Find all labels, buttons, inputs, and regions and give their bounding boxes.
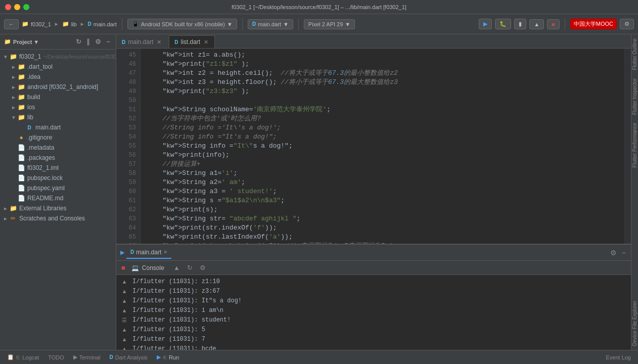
tab-close-list[interactable]: ✕ [203,39,209,46]
tree-icon-external: 📁 [9,204,17,212]
code-line-61: "kw">String s ="$a1$a2\n\n$a3"; [147,196,624,205]
back-button[interactable]: ← [4,19,19,29]
folder-lib-icon: 📁 [62,21,69,27]
breadcrumb-lib[interactable]: 📁 lib [62,21,77,27]
run-config-selector[interactable]: D main.dart ▼ [248,19,293,29]
maximize-button[interactable] [23,4,29,10]
tree-item-f0302-1[interactable]: ▼📁f0302_1~/Desktop/lesson/source/f0302..… [0,52,116,62]
close-panel-icon[interactable]: − [621,248,627,258]
stop-console-button[interactable]: ■ [119,263,127,272]
code-line-45: "kw">int z1= a.abs(); [147,51,624,60]
code-content[interactable]: "kw">int z1= a.abs(); "kw">print("z1:$z1… [141,49,624,244]
tree-item-pubspec-lock[interactable]: 📄pubspec.lock [0,173,116,183]
line-num-54: 54 [116,132,136,142]
sync-icon[interactable]: ↻ [74,37,83,46]
comment: //当字符串中包含'或'时怎么用? [147,115,261,122]
gear-icon[interactable]: ⚙ [94,37,103,46]
footer-tab-run[interactable]: ▶ 4: Run [153,352,183,362]
mooc-logo[interactable]: 中国大学MOOC [570,19,617,29]
debug-button[interactable]: 🐛 [495,19,511,29]
tree-label: .packages [27,154,55,161]
code-line-48: "kw">int z3 = height.floor(); //将小于或等于67… [147,78,624,87]
tree-label: Scratches and Consoles [19,215,85,222]
project-tree: ▼📁f0302_1~/Desktop/lesson/source/f0302..… [0,50,116,350]
tree-item--dart-tool[interactable]: ►📁.dart_tool [0,62,116,72]
tree-item-android--f0302-1-android-[interactable]: ►📁android [f0302_1_android] [0,82,116,92]
line-num-61: 61 [116,196,136,205]
console-line-text: I/flutter (11031): 7 [132,335,205,344]
flutter-performance-panel[interactable]: Flutter Performance [631,119,638,171]
tree-item-readme-md[interactable]: 📄README.md [0,193,116,203]
restart-btn[interactable]: ↻ [185,263,195,272]
code-line-57: //拼接运算+ [147,160,624,169]
tree-item--metadata[interactable]: 📄.metadata [0,143,116,153]
line-num-52: 52 [116,114,136,123]
breadcrumb-file[interactable]: D main.dart [88,21,117,27]
console-line-icon: ▲ [120,326,128,335]
tree-item-f0302-1-iml[interactable]: 📄f0302_1.iml [0,163,116,173]
tree-item-build[interactable]: ►📁build [0,92,116,102]
run-tab[interactable]: D main.dart ✕ [126,247,171,259]
footer-tab-dart-analysis[interactable]: D Dart Analysis [105,353,151,362]
code-line-53: //String info ='It\'s a dog!'; [147,123,624,132]
tree-item-lib[interactable]: ▼📁lib [0,112,116,122]
tree-item-ios[interactable]: ►📁ios [0,102,116,112]
code-line-60: "kw">String a3 = ' student!'; [147,187,624,196]
tree-detail: ~/Desktop/lesson/source/f0302... [43,54,116,60]
dart-icon-small: D [252,21,256,27]
stop-button[interactable]: ■ [547,19,560,29]
tab-close-main[interactable]: ✕ [156,39,162,46]
tree-icon-folder: 📁 [17,93,25,101]
logcat-icon: 📋 [7,354,14,360]
run-tab-dart-icon: D [130,249,134,255]
tab-main-dart[interactable]: D main.dart ✕ [116,35,168,48]
tree-item-scratches-and-consoles[interactable]: ►✏Scratches and Consoles [0,213,116,223]
main-area: 📁 Project ▼ ↻ ∥ ⚙ − ▼📁f0302_1~/Desktop/l… [0,34,638,350]
profile-button[interactable]: ▲ [529,19,544,29]
tree-label: pubspec.yaml [27,185,65,192]
sdk-selector[interactable]: 📱 Android SDK built for x86 (mobile) ▼ [127,19,237,29]
run-tab-close[interactable]: ✕ [163,249,167,255]
code-editor[interactable]: 4546474849505152535455565758596061626364… [116,49,631,244]
code-line-63: "kw">String str= "abcdef aghijkl "; [147,214,624,223]
device-file-explorer-panel[interactable]: Device File Explorer [631,297,638,350]
code-line-47: "kw">int z2 = height.ceil(); //将大于或等于67.… [147,69,624,78]
sort-icon[interactable]: ∥ [85,37,92,46]
console-line-icon: ▲ [120,278,128,287]
terminal-icon: ▶ [73,354,77,360]
line-num-66: 66 [116,242,136,244]
console-line-icon: ☰ [120,316,128,325]
tree-item--gitignore[interactable]: ●.gitignore [0,132,116,143]
minimize-button[interactable] [14,4,20,10]
tree-item-main-dart[interactable]: Dmain.dart [0,122,116,132]
console-line: ▲ I/flutter (11031): z3:67 [120,287,627,296]
scroll-up-btn[interactable]: ▲ [171,263,182,272]
breadcrumb-sep2: ► [80,21,85,27]
tree-item--idea[interactable]: ►📁.idea [0,72,116,82]
run-button[interactable]: ▶ [479,19,492,29]
flutter-inspector-panel[interactable]: Flutter Inspector [631,74,638,119]
footer-tab-logcat[interactable]: 📋 6: Logcat [3,352,43,362]
footer-tab-terminal[interactable]: ▶ Terminal [69,352,105,362]
minimize-sidebar-icon[interactable]: − [105,37,112,46]
tree-item-pubspec-yaml[interactable]: 📄pubspec.yaml [0,183,116,193]
tree-item--packages[interactable]: 📄.packages [0,153,116,163]
flutter-outline-panel[interactable]: Flutter Outline [631,34,638,74]
breadcrumb-f0302[interactable]: 📁 f0302_1 [22,21,51,27]
toolbar-separator-4 [565,18,565,30]
footer-tab-event-log[interactable]: Event Log [602,353,635,362]
tree-label: .dart_tool [27,63,53,70]
settings-console-btn[interactable]: ⚙ [198,263,208,272]
tree-item-external-libraries[interactable]: ►📁External Libraries [0,203,116,213]
console-title: Console [142,264,164,271]
footer-tab-todo[interactable]: TODO [44,353,68,362]
settings-button[interactable]: ⚙ [620,19,634,29]
editor-tab-bar: D main.dart ✕ D list.dart ✕ [116,34,631,49]
tree-label: README.md [27,195,63,202]
settings-panel-icon[interactable]: ⚙ [609,248,618,258]
coverage-button[interactable]: ▮ [514,19,526,29]
close-button[interactable] [5,4,11,10]
code-line-62: "kw">print(s); [147,205,624,214]
device-selector[interactable]: Pixel 2 API 29 ▼ [304,19,355,29]
tab-list-dart[interactable]: D list.dart ✕ [169,35,215,48]
